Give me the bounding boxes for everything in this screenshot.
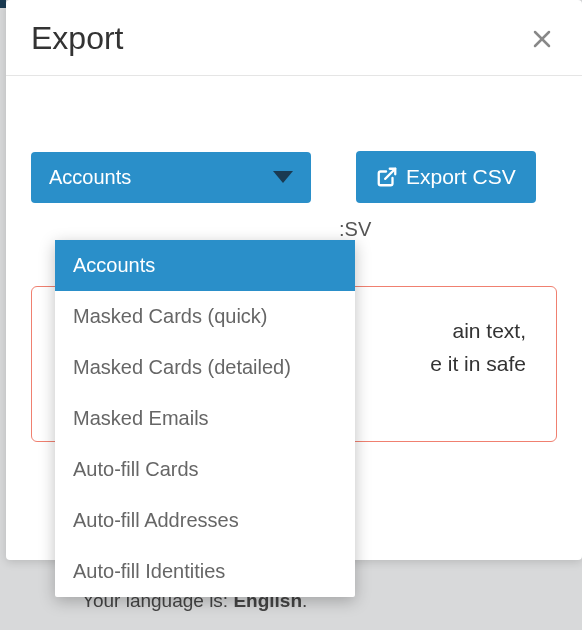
svg-line-2: [385, 169, 395, 179]
caret-down-icon: [273, 171, 293, 183]
controls-row: Accounts Export CSV: [31, 151, 557, 203]
dropdown-menu: Accounts Masked Cards (quick) Masked Car…: [55, 240, 355, 597]
external-link-icon: [376, 166, 398, 188]
export-type-dropdown[interactable]: Accounts: [31, 152, 311, 203]
dropdown-option-masked-cards-detailed[interactable]: Masked Cards (detailed): [55, 342, 355, 393]
hint-text: :SV: [31, 203, 557, 241]
dropdown-selected-label: Accounts: [49, 166, 131, 189]
close-button[interactable]: [527, 24, 557, 54]
dropdown-option-masked-emails[interactable]: Masked Emails: [55, 393, 355, 444]
dropdown-option-autofill-cards[interactable]: Auto-fill Cards: [55, 444, 355, 495]
dropdown-option-autofill-addresses[interactable]: Auto-fill Addresses: [55, 495, 355, 546]
export-csv-button[interactable]: Export CSV: [356, 151, 536, 203]
dropdown-option-autofill-identities[interactable]: Auto-fill Identities: [55, 546, 355, 597]
dropdown-option-accounts[interactable]: Accounts: [55, 240, 355, 291]
close-icon: [530, 27, 554, 51]
export-button-label: Export CSV: [406, 165, 516, 189]
modal-title: Export: [31, 20, 123, 57]
dropdown-option-masked-cards-quick[interactable]: Masked Cards (quick): [55, 291, 355, 342]
modal-header: Export: [6, 0, 582, 76]
